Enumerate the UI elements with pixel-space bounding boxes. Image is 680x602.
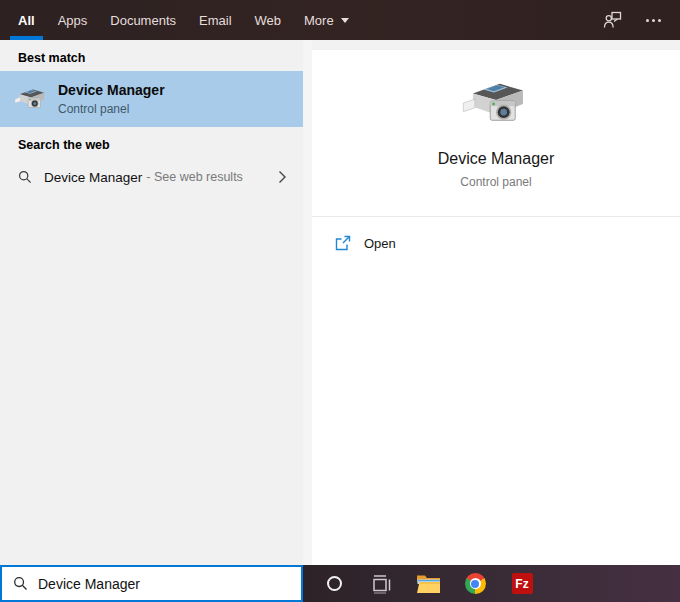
device-manager-icon — [14, 86, 48, 112]
chevron-down-icon — [341, 18, 349, 23]
web-query: Device Manager — [44, 170, 142, 185]
preview-subtitle: Control panel — [312, 175, 680, 189]
results-list: Best match Device Manager Control panel … — [0, 40, 303, 565]
tab-documents[interactable]: Documents — [110, 0, 176, 40]
taskbar: Fz — [303, 565, 680, 602]
search-input[interactable] — [38, 576, 301, 592]
search-box[interactable] — [0, 565, 303, 602]
preview-area: Device Manager Control panel Open — [312, 40, 680, 565]
tab-more[interactable]: More — [304, 0, 349, 40]
tab-label: Web — [255, 13, 282, 28]
open-external-icon — [335, 235, 351, 251]
header-actions — [602, 0, 680, 40]
search-filter-bar: All Apps Documents Email Web More — [0, 0, 680, 40]
tab-label: Apps — [58, 13, 88, 28]
open-action[interactable]: Open — [312, 217, 680, 251]
user-options-icon[interactable] — [602, 9, 624, 31]
preview-title: Device Manager — [312, 150, 680, 168]
filezilla-logo-label: Fz — [512, 573, 533, 594]
filezilla-icon[interactable]: Fz — [509, 571, 535, 597]
search-web-section-label: Search the web — [0, 127, 303, 158]
tab-label: All — [18, 13, 35, 28]
best-match-section-label: Best match — [0, 40, 303, 71]
preview-card: Device Manager Control panel Open — [312, 50, 680, 565]
file-explorer-icon[interactable] — [415, 571, 441, 597]
tab-web[interactable]: Web — [255, 0, 282, 40]
search-icon — [13, 576, 28, 591]
device-manager-icon — [459, 78, 533, 128]
bottom-bar: Fz — [0, 565, 680, 602]
tab-all[interactable]: All — [18, 0, 35, 40]
web-suffix: - See web results — [146, 170, 243, 184]
chrome-icon[interactable] — [462, 571, 488, 597]
web-result-device-manager[interactable]: Device Manager - See web results — [0, 158, 303, 196]
tab-email[interactable]: Email — [199, 0, 232, 40]
search-icon — [18, 170, 32, 184]
tab-apps[interactable]: Apps — [58, 0, 88, 40]
result-subtitle: Control panel — [58, 101, 165, 117]
ellipsis-icon[interactable] — [642, 9, 664, 31]
chevron-right-icon — [278, 170, 287, 184]
tab-label: More — [304, 13, 334, 28]
result-title: Device Manager — [58, 81, 165, 99]
tab-label: Documents — [110, 13, 176, 28]
filter-tabs: All Apps Documents Email Web More — [18, 0, 349, 40]
best-match-result-device-manager[interactable]: Device Manager Control panel — [0, 71, 303, 127]
cortana-icon[interactable] — [321, 571, 347, 597]
panel-divider — [303, 40, 312, 565]
task-view-icon[interactable] — [368, 571, 394, 597]
tab-label: Email — [199, 13, 232, 28]
windows-search-panel: All Apps Documents Email Web More — [0, 0, 680, 602]
results-area: Best match Device Manager Control panel … — [0, 40, 680, 565]
open-label: Open — [364, 236, 396, 251]
